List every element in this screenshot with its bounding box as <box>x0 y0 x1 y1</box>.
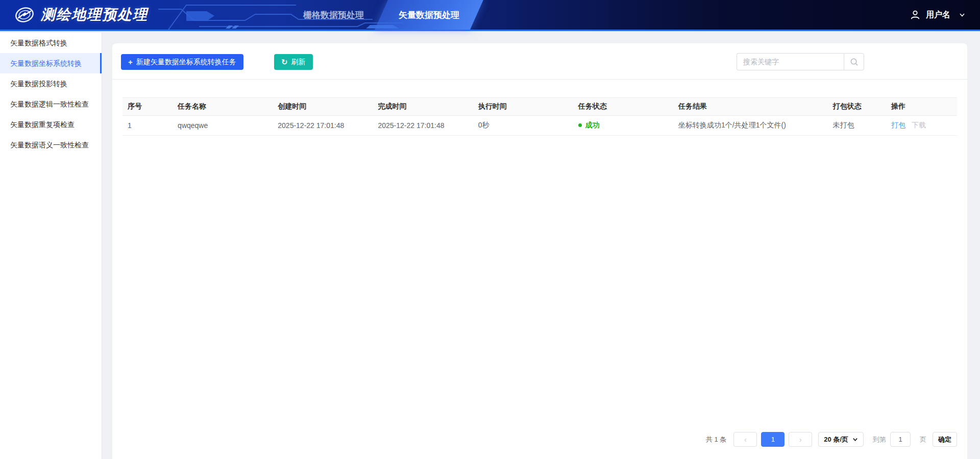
cell-actions: 打包下载 <box>886 116 957 136</box>
cell-package-status: 未打包 <box>828 116 886 136</box>
col-duration: 执行时间 <box>473 98 573 116</box>
goto-prefix-label: 到第 <box>873 435 886 444</box>
task-table: 序号 任务名称 创建时间 完成时间 执行时间 任务状态 任务结果 打包状态 操作… <box>122 97 957 136</box>
table-header-row: 序号 任务名称 创建时间 完成时间 执行时间 任务状态 任务结果 打包状态 操作 <box>122 98 957 116</box>
content-card: + 新建矢量数据坐标系统转换任务 ↻ 刷新 <box>112 43 967 459</box>
search-input[interactable] <box>737 53 844 70</box>
pack-link[interactable]: 打包 <box>891 121 905 129</box>
page-size-label: 20 条/页 <box>824 435 848 444</box>
cell-finished-time: 2025-12-22 17:01:48 <box>373 116 473 136</box>
sidebar-item-logic-consistency-check[interactable]: 矢量数据逻辑一致性检查 <box>0 94 102 114</box>
tab-raster-label: 栅格数据预处理 <box>303 9 364 21</box>
cell-created-time: 2025-12-22 17:01:48 <box>273 116 373 136</box>
search-icon <box>850 58 859 66</box>
refresh-icon: ↻ <box>281 58 288 66</box>
tab-vector-label: 矢量数据预处理 <box>399 9 459 21</box>
col-created-time: 创建时间 <box>273 98 373 116</box>
status-text: 成功 <box>585 121 600 129</box>
col-result: 任务结果 <box>673 98 827 116</box>
col-status: 任务状态 <box>573 98 673 116</box>
col-package-status: 打包状态 <box>828 98 886 116</box>
status-dot <box>578 123 582 127</box>
cell-status: 成功 <box>573 116 673 136</box>
col-index: 序号 <box>122 98 173 116</box>
col-task-name: 任务名称 <box>173 98 273 116</box>
app-logo-icon <box>14 5 35 25</box>
goto-page-input[interactable] <box>890 432 911 447</box>
download-link: 下载 <box>912 121 926 129</box>
pagination: 共 1 条 ‹ 1 › 20 条/页 到第 页 确定 <box>706 432 957 447</box>
pagination-total: 共 1 条 <box>706 435 726 444</box>
toolbar: + 新建矢量数据坐标系统转换任务 ↻ 刷新 <box>112 43 967 80</box>
sidebar-item-duplicate-check[interactable]: 矢量数据重复项检查 <box>0 114 102 135</box>
sidebar-item-semantic-consistency-check[interactable]: 矢量数据语义一致性检查 <box>0 135 102 155</box>
cell-index: 1 <box>122 116 173 136</box>
sidebar-nav: 矢量数据格式转换 矢量数据坐标系统转换 矢量数据投影转换 矢量数据逻辑一致性检查… <box>0 33 102 459</box>
sidebar-item-coordinate-convert[interactable]: 矢量数据坐标系统转换 <box>0 53 102 73</box>
prev-page-button[interactable]: ‹ <box>733 432 757 447</box>
user-icon <box>910 9 921 20</box>
task-table-wrap: 序号 任务名称 创建时间 完成时间 执行时间 任务状态 任务结果 打包状态 操作… <box>122 97 957 136</box>
search-button[interactable] <box>844 53 864 70</box>
refresh-button[interactable]: ↻ 刷新 <box>274 54 313 70</box>
main-content: + 新建矢量数据坐标系统转换任务 ↻ 刷新 <box>102 33 980 459</box>
tab-vector-preprocess[interactable]: 矢量数据预处理 <box>381 0 477 30</box>
cell-duration: 0秒 <box>473 116 573 136</box>
goto-suffix-label: 页 <box>920 435 926 444</box>
plus-icon: + <box>128 58 133 66</box>
col-actions: 操作 <box>886 98 957 116</box>
page-1-button[interactable]: 1 <box>761 432 785 447</box>
refresh-label: 刷新 <box>291 58 306 67</box>
tab-raster-preprocess[interactable]: 栅格数据预处理 <box>286 0 381 30</box>
cell-task-name: qwqeqwe <box>173 116 273 136</box>
table-row: 1 qwqeqwe 2025-12-22 17:01:48 2025-12-22… <box>122 116 957 136</box>
search-group <box>737 53 864 70</box>
app-header: 测绘地理预处理 栅格数据预处理 矢量数据预处理 用户名 <box>0 0 980 31</box>
select-chevron-icon <box>852 437 858 442</box>
sidebar-item-projection-convert[interactable]: 矢量数据投影转换 <box>0 73 102 94</box>
chevron-down-icon <box>959 11 966 18</box>
app-title: 测绘地理预处理 <box>41 5 148 24</box>
create-task-label: 新建矢量数据坐标系统转换任务 <box>136 58 236 67</box>
page-size-select[interactable]: 20 条/页 <box>818 432 864 447</box>
create-task-button[interactable]: + 新建矢量数据坐标系统转换任务 <box>121 54 243 70</box>
header-tabs: 栅格数据预处理 矢量数据预处理 <box>286 0 477 30</box>
app-logo: 测绘地理预处理 <box>14 0 148 30</box>
next-page-button[interactable]: › <box>789 432 812 447</box>
sidebar-item-format-convert[interactable]: 矢量数据格式转换 <box>0 33 102 53</box>
username-label: 用户名 <box>926 10 950 20</box>
col-finished-time: 完成时间 <box>373 98 473 116</box>
cell-result: 坐标转换成功1个/共处理1个文件() <box>673 116 827 136</box>
confirm-page-button[interactable]: 确定 <box>933 432 957 447</box>
user-menu[interactable]: 用户名 <box>910 0 966 30</box>
